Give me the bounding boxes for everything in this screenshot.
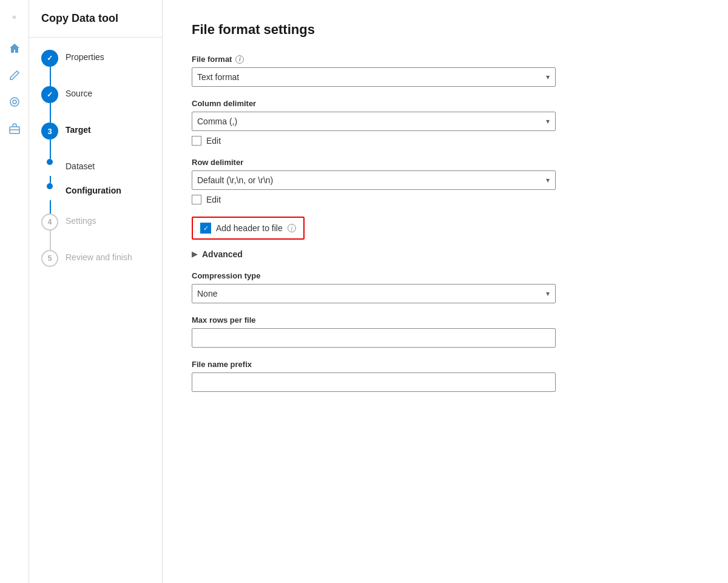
step-dataset[interactable]: Dataset bbox=[41, 159, 150, 183]
file-format-label: File format i bbox=[192, 55, 699, 64]
row-delimiter-select[interactable]: Default (\r,\n, or \r\n) Carriage Return… bbox=[192, 170, 556, 190]
file-name-prefix-label: File name prefix bbox=[192, 360, 699, 369]
file-format-group: File format i Text format Binary format … bbox=[192, 55, 699, 87]
advanced-label: Advanced bbox=[202, 249, 243, 259]
sidebar: Copy Data tool ✓ Properties ✓ Source 3 T… bbox=[29, 0, 163, 583]
step-circle-settings: 4 bbox=[41, 214, 58, 231]
add-header-checkbox[interactable] bbox=[200, 223, 211, 234]
step-label-properties: Properties bbox=[58, 50, 104, 62]
home-icon[interactable] bbox=[4, 38, 25, 59]
column-delimiter-label: Column delimiter bbox=[192, 99, 699, 108]
step-circle-review: 5 bbox=[41, 250, 58, 267]
step-settings[interactable]: 4 Settings bbox=[41, 214, 150, 250]
max-rows-group: Max rows per file bbox=[192, 315, 699, 348]
page-title: File format settings bbox=[192, 22, 699, 38]
column-delimiter-edit-row: Edit bbox=[192, 136, 699, 146]
main-content: File format settings File format i Text … bbox=[163, 0, 728, 583]
column-delimiter-group: Column delimiter Comma (,) Tab (\t) Semi… bbox=[192, 99, 699, 146]
row-delimiter-group: Row delimiter Default (\r,\n, or \r\n) C… bbox=[192, 158, 699, 204]
column-delimiter-edit-checkbox[interactable] bbox=[192, 136, 201, 146]
row-delimiter-edit-row: Edit bbox=[192, 195, 699, 204]
row-delimiter-label: Row delimiter bbox=[192, 158, 699, 167]
compression-type-select[interactable]: None gzip bzip2 deflate ZipDeflate snapp… bbox=[192, 284, 556, 303]
svg-point-1 bbox=[13, 100, 16, 104]
file-format-select-wrapper: Text format Binary format JSON format Av… bbox=[192, 67, 556, 87]
step-properties[interactable]: ✓ Properties bbox=[41, 50, 150, 86]
max-rows-input[interactable] bbox=[192, 328, 556, 348]
step-target[interactable]: 3 Target bbox=[41, 123, 150, 159]
step-circle-properties: ✓ bbox=[41, 50, 58, 67]
step-configuration[interactable]: Configuration bbox=[41, 183, 150, 214]
column-delimiter-select-wrapper: Comma (,) Tab (\t) Semicolon (;) Pipe (|… bbox=[192, 112, 556, 131]
step-review[interactable]: 5 Review and finish bbox=[41, 250, 150, 274]
step-label-source: Source bbox=[58, 86, 92, 98]
add-header-label: Add header to file bbox=[216, 223, 283, 233]
app-title: Copy Data tool bbox=[29, 12, 162, 38]
advanced-chevron-icon: ▶ bbox=[192, 250, 197, 258]
monitor-icon[interactable] bbox=[4, 91, 25, 113]
file-name-prefix-group: File name prefix bbox=[192, 360, 699, 392]
step-circle-target: 3 bbox=[41, 123, 58, 140]
file-name-prefix-input[interactable] bbox=[192, 372, 556, 392]
row-delimiter-select-wrapper: Default (\r,\n, or \r\n) Carriage Return… bbox=[192, 170, 556, 190]
step-label-configuration: Configuration bbox=[58, 183, 121, 195]
step-source[interactable]: ✓ Source bbox=[41, 86, 150, 123]
compression-type-select-wrapper: None gzip bzip2 deflate ZipDeflate snapp… bbox=[192, 284, 556, 303]
briefcase-icon[interactable] bbox=[4, 118, 25, 140]
step-label-review: Review and finish bbox=[58, 250, 132, 262]
add-header-highlighted-box: Add header to file i bbox=[192, 217, 305, 240]
file-format-info-icon[interactable]: i bbox=[235, 55, 244, 64]
column-delimiter-select[interactable]: Comma (,) Tab (\t) Semicolon (;) Pipe (|… bbox=[192, 112, 556, 131]
icon-bar: « bbox=[0, 0, 29, 583]
collapse-icon[interactable]: « bbox=[4, 6, 25, 28]
row-delimiter-edit-checkbox[interactable] bbox=[192, 195, 201, 204]
add-header-info-icon[interactable]: i bbox=[288, 224, 296, 232]
step-label-settings: Settings bbox=[58, 214, 96, 226]
file-format-select[interactable]: Text format Binary format JSON format Av… bbox=[192, 67, 556, 87]
steps-list: ✓ Properties ✓ Source 3 Target Dataset bbox=[29, 38, 162, 286]
column-delimiter-edit-label: Edit bbox=[206, 136, 221, 146]
row-delimiter-edit-label: Edit bbox=[206, 195, 221, 204]
advanced-toggle[interactable]: ▶ Advanced bbox=[192, 249, 699, 259]
compression-type-label: Compression type bbox=[192, 271, 699, 280]
step-circle-source: ✓ bbox=[41, 86, 58, 103]
step-label-dataset: Dataset bbox=[58, 159, 95, 171]
compression-type-group: Compression type None gzip bzip2 deflate… bbox=[192, 271, 699, 303]
edit-icon[interactable] bbox=[4, 64, 25, 86]
step-label-target: Target bbox=[58, 123, 91, 135]
svg-point-0 bbox=[10, 98, 19, 106]
max-rows-label: Max rows per file bbox=[192, 315, 699, 325]
